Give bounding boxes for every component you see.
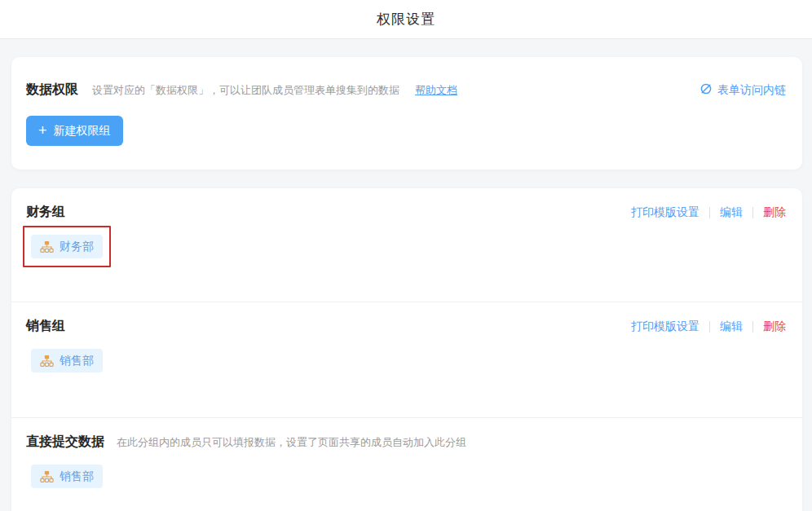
- department-tag-label: 财务部: [60, 240, 94, 254]
- group-description: 在此分组内的成员只可以填报数据，设置了页面共享的成员自动加入此分组: [117, 435, 466, 450]
- action-separator: [752, 321, 753, 333]
- new-permission-group-button-label: 新建权限组: [54, 124, 111, 139]
- action-separator: [709, 207, 710, 218]
- tag-anchor: 销售部: [31, 465, 103, 488]
- plus-icon: +: [38, 123, 47, 138]
- permission-groups-card: 财务组 打印模版设置 编辑 删除: [11, 188, 802, 511]
- group-title-wrap: 直接提交数据 在此分组内的成员只可以填报数据，设置了页面共享的成员自动加入此分组: [26, 434, 466, 451]
- page-title: 权限设置: [377, 10, 435, 29]
- department-tag-label: 销售部: [60, 469, 94, 484]
- data-permission-title: 数据权限: [26, 81, 78, 99]
- form-access-link[interactable]: 表单访问内链: [699, 82, 786, 98]
- page-header: 权限设置: [0, 0, 812, 39]
- tag-row: 销售部: [26, 465, 786, 488]
- group-header-row: 销售组 打印模版设置 编辑 删除: [26, 318, 786, 335]
- group-name: 直接提交数据: [26, 434, 104, 451]
- delete-link[interactable]: 删除: [763, 319, 786, 334]
- group-section-sales: 销售组 打印模版设置 编辑 删除: [11, 302, 802, 418]
- group-header-row: 财务组 打印模版设置 编辑 删除: [26, 204, 786, 221]
- action-separator: [752, 207, 753, 218]
- group-section-finance: 财务组 打印模版设置 编辑 删除: [11, 188, 802, 302]
- org-chart-icon: [40, 240, 54, 253]
- department-tag-sales[interactable]: 销售部: [31, 349, 103, 372]
- edit-link[interactable]: 编辑: [720, 319, 743, 334]
- print-template-settings-link[interactable]: 打印模版设置: [631, 319, 699, 334]
- group-title-wrap: 销售组: [26, 318, 65, 335]
- group-name: 销售组: [26, 318, 65, 335]
- group-name: 财务组: [26, 204, 65, 221]
- action-separator: [709, 321, 710, 333]
- department-tag-sales[interactable]: 销售部: [31, 465, 103, 488]
- new-permission-group-button[interactable]: + 新建权限组: [26, 116, 123, 146]
- link-icon: [699, 82, 713, 98]
- print-template-settings-link[interactable]: 打印模版设置: [631, 205, 699, 220]
- org-chart-icon: [40, 355, 54, 368]
- group-actions: 打印模版设置 编辑 删除: [631, 319, 786, 334]
- edit-link[interactable]: 编辑: [720, 205, 743, 220]
- data-permission-description: 设置对应的「数据权限」，可以让团队成员管理表单搜集到的数据: [92, 83, 399, 98]
- tag-row: 财务部: [26, 235, 786, 258]
- org-chart-icon: [40, 470, 54, 483]
- tag-anchor: 财务部: [31, 235, 103, 258]
- group-title-wrap: 财务组: [26, 204, 65, 221]
- tag-anchor: 销售部: [31, 349, 103, 372]
- department-tag-label: 销售部: [60, 354, 94, 368]
- data-permission-header-row: 数据权限 设置对应的「数据权限」，可以让团队成员管理表单搜集到的数据 帮助文档 …: [26, 81, 786, 99]
- data-permission-card: 数据权限 设置对应的「数据权限」，可以让团队成员管理表单搜集到的数据 帮助文档 …: [11, 57, 802, 170]
- department-tag-finance[interactable]: 财务部: [31, 235, 103, 258]
- delete-link[interactable]: 删除: [763, 205, 786, 220]
- form-access-link-label: 表单访问内链: [717, 83, 786, 98]
- help-doc-link[interactable]: 帮助文档: [415, 83, 457, 98]
- tag-row: 销售部: [26, 349, 786, 372]
- group-header-row: 直接提交数据 在此分组内的成员只可以填报数据，设置了页面共享的成员自动加入此分组: [26, 434, 786, 451]
- group-section-direct-submit: 直接提交数据 在此分组内的成员只可以填报数据，设置了页面共享的成员自动加入此分组: [11, 418, 802, 488]
- group-actions: 打印模版设置 编辑 删除: [631, 205, 786, 220]
